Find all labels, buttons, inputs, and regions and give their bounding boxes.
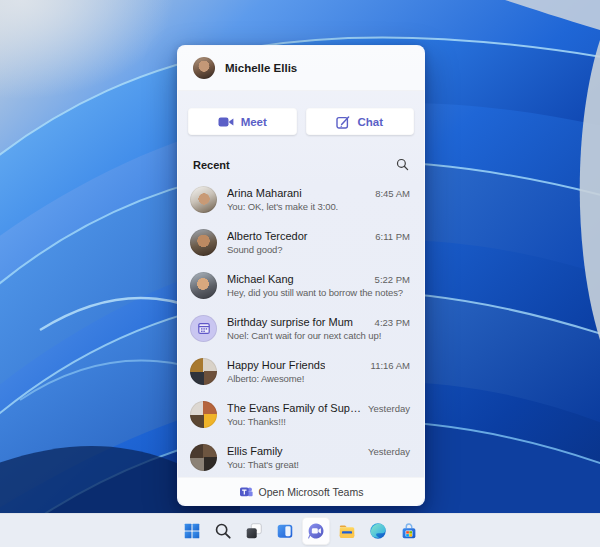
chat-texts: Birthday surprise for Mum 4:23 PM Noel: … (227, 316, 410, 342)
search-icon (396, 158, 409, 171)
teams-chat-flyout: Michelle Ellis Meet Chat Recent (177, 45, 425, 506)
windows-start-icon (182, 521, 202, 541)
chat-list-item[interactable]: Michael Kang 5:22 PM Hey, did you still … (178, 264, 424, 307)
task-view-button[interactable] (240, 517, 268, 545)
user-avatar[interactable] (193, 57, 215, 79)
chat-avatar (190, 358, 217, 385)
microsoft-store-icon (399, 521, 419, 541)
chat-preview: You: Thanks!!! (227, 416, 410, 427)
chat-preview: You: OK, let's make it 3:00. (227, 201, 410, 212)
file-explorer-button[interactable] (333, 517, 361, 545)
chat-list-item[interactable]: Birthday surprise for Mum 4:23 PM Noel: … (178, 307, 424, 350)
chat-preview: Alberto: Awesome! (227, 373, 410, 384)
chat-timestamp: 11:16 AM (371, 360, 410, 371)
recent-header: Recent (193, 158, 409, 171)
video-camera-icon (218, 116, 234, 128)
chat-name: Arina Maharani (227, 187, 302, 199)
user-name: Michelle Ellis (225, 62, 297, 74)
search-taskbar-button[interactable] (209, 517, 237, 545)
chat-timestamp: 4:23 PM (375, 317, 410, 328)
chat-button[interactable]: Chat (306, 108, 415, 135)
teams-chat-taskbar-button[interactable] (302, 517, 330, 545)
chat-list-item[interactable]: Happy Hour Friends 11:16 AM Alberto: Awe… (178, 350, 424, 393)
chat-timestamp: Yesterday (368, 446, 410, 457)
teams-chat-icon (306, 521, 326, 541)
action-buttons: Meet Chat (188, 108, 414, 135)
chat-list-item[interactable]: The Evans Family of Supers Yesterday You… (178, 393, 424, 436)
widgets-button[interactable] (271, 517, 299, 545)
chat-avatar (190, 401, 217, 428)
chat-avatar (190, 315, 217, 342)
chat-timestamp: 8:45 AM (375, 188, 410, 199)
chat-texts: Ellis Family Yesterday You: That's great… (227, 445, 410, 471)
chat-list-item[interactable]: Alberto Tercedor 6:11 PM Sound good? (178, 221, 424, 264)
start-button[interactable] (178, 517, 206, 545)
chat-texts: The Evans Family of Supers Yesterday You… (227, 402, 410, 428)
chat-texts: Michael Kang 5:22 PM Hey, did you still … (227, 273, 410, 299)
widgets-icon (275, 521, 295, 541)
chat-timestamp: 5:22 PM (375, 274, 410, 285)
chat-list-item[interactable]: Arina Maharani 8:45 AM You: OK, let's ma… (178, 178, 424, 221)
chat-name: Ellis Family (227, 445, 283, 457)
flyout-header: Michelle Ellis (178, 46, 424, 91)
teams-logo-icon (239, 485, 253, 498)
chat-avatar (190, 444, 217, 471)
chat-list-item[interactable]: Ellis Family Yesterday You: That's great… (178, 436, 424, 479)
chat-avatar (190, 272, 217, 299)
task-view-icon (244, 521, 264, 541)
compose-icon (336, 115, 350, 129)
search-button[interactable] (396, 158, 409, 171)
chat-preview: Hey, did you still want to borrow the no… (227, 287, 410, 298)
edge-browser-icon (368, 521, 388, 541)
chat-texts: Alberto Tercedor 6:11 PM Sound good? (227, 230, 410, 256)
chat-name: Birthday surprise for Mum (227, 316, 353, 328)
chat-name: Alberto Tercedor (227, 230, 308, 242)
open-teams-label: Open Microsoft Teams (259, 486, 364, 498)
chat-name: The Evans Family of Supers (227, 402, 362, 414)
chat-avatar (190, 186, 217, 213)
meet-button[interactable]: Meet (188, 108, 297, 135)
chat-button-label: Chat (357, 116, 383, 128)
edge-browser-button[interactable] (364, 517, 392, 545)
chat-timestamp: Yesterday (368, 403, 410, 414)
chat-preview: Sound good? (227, 244, 410, 255)
chat-list: Arina Maharani 8:45 AM You: OK, let's ma… (178, 178, 424, 479)
recent-label: Recent (193, 159, 230, 171)
chat-timestamp: 6:11 PM (375, 231, 410, 242)
calendar-icon (197, 322, 211, 335)
chat-texts: Arina Maharani 8:45 AM You: OK, let's ma… (227, 187, 410, 213)
taskbar (0, 513, 600, 547)
chat-name: Michael Kang (227, 273, 294, 285)
search-icon (213, 521, 233, 541)
chat-texts: Happy Hour Friends 11:16 AM Alberto: Awe… (227, 359, 410, 385)
chat-avatar (190, 229, 217, 256)
chat-preview: Noel: Can't wait for our next catch up! (227, 330, 410, 341)
microsoft-store-button[interactable] (395, 517, 423, 545)
open-teams-button[interactable]: Open Microsoft Teams (178, 477, 424, 505)
folder-icon (337, 521, 357, 541)
meet-button-label: Meet (241, 116, 267, 128)
chat-preview: You: That's great! (227, 459, 410, 470)
chat-name: Happy Hour Friends (227, 359, 325, 371)
